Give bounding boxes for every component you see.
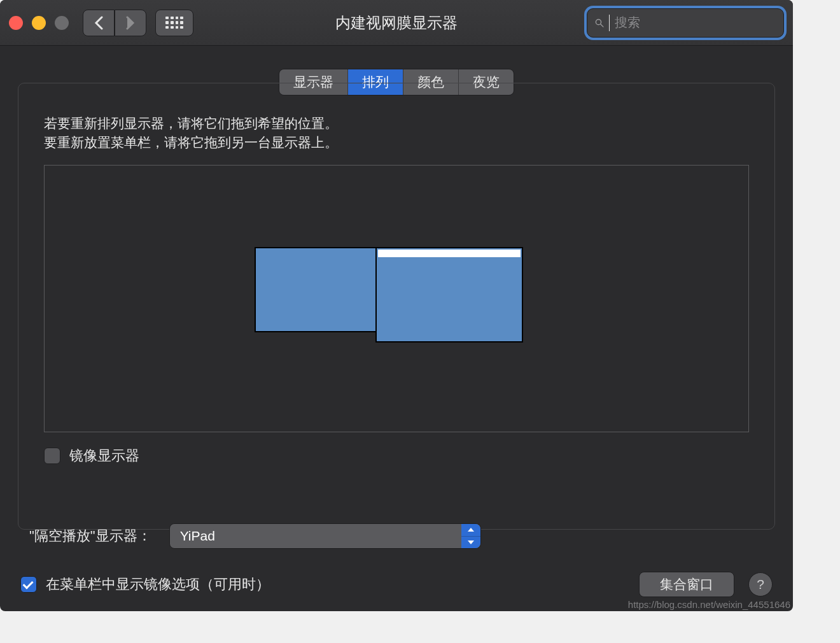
- mirror-displays-checkbox[interactable]: [44, 448, 60, 464]
- svg-line-1: [601, 24, 603, 27]
- system-preferences-window: 内建视网膜显示器 显示器 排列 颜色 夜览 若要重新排列显示器，请将它们拖到希望…: [0, 0, 793, 611]
- arrangement-area[interactable]: [44, 165, 749, 432]
- chevron-down-icon: [468, 541, 474, 544]
- nav-buttons: [83, 10, 146, 36]
- menubar-indicator[interactable]: [378, 250, 521, 257]
- forward-button[interactable]: [115, 10, 146, 36]
- show-mirroring-options-checkbox[interactable]: [20, 576, 37, 593]
- gather-windows-button[interactable]: 集合窗口: [639, 572, 734, 597]
- search-field[interactable]: [587, 8, 784, 38]
- instructions: 若要重新排列显示器，请将它们拖到希望的位置。 要重新放置菜单栏，请将它拖到另一台…: [44, 114, 749, 152]
- grid-icon: [165, 17, 183, 29]
- airplay-row: "隔空播放"显示器： YiPad: [20, 523, 773, 549]
- minimize-button[interactable]: [32, 16, 46, 30]
- airplay-select[interactable]: YiPad: [169, 523, 481, 549]
- titlebar: 内建视网膜显示器: [0, 0, 793, 46]
- search-input[interactable]: [615, 15, 776, 30]
- mirror-displays-row: 镜像显示器: [44, 446, 749, 465]
- instruction-line-1: 若要重新排列显示器，请将它们拖到希望的位置。: [44, 114, 749, 133]
- bottom-controls: "隔空播放"显示器： YiPad 在菜单栏中显示镜像选项（可用时） 集合窗口 ?: [20, 523, 773, 597]
- show-all-button[interactable]: [155, 10, 193, 36]
- primary-display[interactable]: [377, 248, 522, 341]
- mirror-displays-label: 镜像显示器: [69, 446, 139, 465]
- back-button[interactable]: [83, 10, 115, 36]
- secondary-display[interactable]: [256, 248, 377, 331]
- select-stepper[interactable]: [461, 524, 480, 548]
- show-mirroring-options-label: 在菜单栏中显示镜像选项（可用时）: [46, 575, 270, 594]
- arrangement-panel: 若要重新排列显示器，请将它们拖到希望的位置。 要重新放置菜单栏，请将它拖到另一台…: [18, 83, 775, 530]
- instruction-line-2: 要重新放置菜单栏，请将它拖到另一台显示器上。: [44, 133, 749, 152]
- search-icon: [595, 17, 604, 29]
- chevron-left-icon: [94, 16, 103, 30]
- chevron-up-icon: [468, 528, 474, 532]
- svg-point-0: [596, 19, 601, 24]
- text-cursor: [609, 15, 610, 31]
- help-button[interactable]: ?: [748, 572, 773, 597]
- airplay-value: YiPad: [180, 528, 215, 544]
- airplay-label: "隔空播放"显示器：: [29, 526, 151, 546]
- zoom-button[interactable]: [55, 16, 69, 30]
- watermark: https://blog.csdn.net/weixin_44551646: [628, 599, 790, 610]
- close-button[interactable]: [9, 16, 23, 30]
- chevron-right-icon: [126, 16, 135, 30]
- window-controls: [9, 16, 69, 30]
